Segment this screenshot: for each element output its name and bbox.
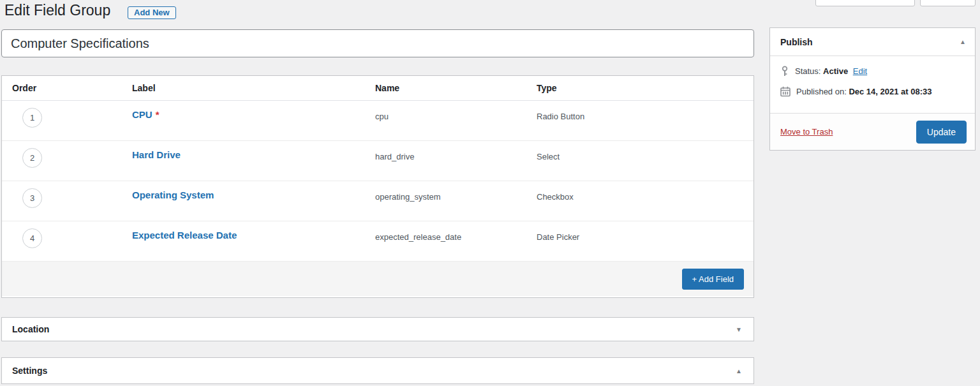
location-panel[interactable]: Location ▼ bbox=[1, 317, 754, 341]
fields-table-header: Order Label Name Type bbox=[2, 76, 754, 101]
published-row: Published on: Dec 14, 2021 at 08:33 bbox=[780, 86, 965, 97]
publish-panel-body: Status: Active Edit Published on: bbox=[770, 56, 975, 97]
field-type: Select bbox=[537, 141, 754, 181]
field-type: Radio Button bbox=[537, 101, 754, 140]
field-label-link[interactable]: Expected Release Date bbox=[132, 230, 237, 241]
field-label-link[interactable]: Hard Drive bbox=[132, 149, 181, 160]
published-value: Dec 14, 2021 at 08:33 bbox=[849, 87, 932, 96]
edit-field-group-screen: Edit Field Group Add New Order Label Nam… bbox=[0, 0, 980, 386]
field-group-title-input[interactable] bbox=[1, 29, 754, 57]
field-name: expected_release_date bbox=[375, 221, 537, 261]
chevron-up-icon[interactable]: ▲ bbox=[736, 367, 742, 375]
field-name: hard_drive bbox=[375, 141, 537, 181]
move-to-trash-link[interactable]: Move to Trash bbox=[780, 127, 833, 137]
published-text: Published on: Dec 14, 2021 at 08:33 bbox=[796, 87, 932, 96]
status-key-icon bbox=[780, 66, 789, 77]
column-header-type: Type bbox=[537, 76, 754, 100]
column-header-name: Name bbox=[375, 76, 537, 100]
table-row[interactable]: 1 CPU* cpu Radio Button bbox=[2, 101, 754, 141]
fields-table-footer: + Add Field bbox=[2, 262, 754, 296]
page-title: Edit Field Group bbox=[4, 1, 110, 20]
calendar-icon bbox=[780, 86, 791, 97]
screen-options-tab[interactable] bbox=[815, 0, 915, 6]
table-row[interactable]: 3 Operating System operating_system Chec… bbox=[2, 181, 754, 221]
table-row[interactable]: 2 Hard Drive hard_drive Select bbox=[2, 141, 754, 181]
publish-panel-footer: Move to Trash Update bbox=[770, 113, 975, 150]
publish-panel: Publish ▲ Status: Active Edit bbox=[769, 27, 976, 151]
field-label-link[interactable]: Operating System bbox=[132, 189, 214, 200]
publish-panel-title: Publish bbox=[780, 37, 813, 47]
chevron-up-icon[interactable]: ▲ bbox=[960, 38, 966, 45]
table-row[interactable]: 4 Expected Release Date expected_release… bbox=[2, 221, 754, 262]
status-text: Status: Active Edit bbox=[795, 66, 867, 76]
field-order-handle[interactable]: 2 bbox=[22, 148, 42, 168]
status-row: Status: Active Edit bbox=[780, 66, 965, 77]
publish-panel-header[interactable]: Publish ▲ bbox=[770, 28, 975, 56]
field-type: Checkbox bbox=[537, 181, 754, 221]
column-header-label: Label bbox=[132, 76, 375, 100]
settings-panel[interactable]: Settings ▲ bbox=[1, 357, 754, 384]
field-name: cpu bbox=[375, 101, 537, 140]
location-panel-title: Location bbox=[12, 324, 49, 334]
field-order-handle[interactable]: 4 bbox=[22, 228, 42, 248]
field-type: Date Picker bbox=[537, 221, 754, 261]
required-asterisk: * bbox=[156, 109, 160, 120]
field-order-handle[interactable]: 3 bbox=[22, 188, 42, 208]
field-order-handle[interactable]: 1 bbox=[22, 108, 42, 128]
add-new-button[interactable]: Add New bbox=[128, 6, 176, 19]
status-edit-link[interactable]: Edit bbox=[853, 66, 867, 76]
add-field-button[interactable]: + Add Field bbox=[682, 269, 744, 290]
published-label: Published on: bbox=[796, 87, 847, 96]
chevron-down-icon[interactable]: ▼ bbox=[736, 326, 742, 333]
field-name: operating_system bbox=[375, 181, 537, 221]
settings-panel-title: Settings bbox=[12, 366, 47, 376]
update-button[interactable]: Update bbox=[916, 121, 967, 144]
help-tab[interactable] bbox=[920, 0, 976, 6]
fields-table: Order Label Name Type 1 CPU* cpu Radio B… bbox=[1, 75, 754, 298]
status-label: Status: bbox=[795, 66, 820, 76]
status-value: Active bbox=[823, 66, 848, 76]
field-label-link[interactable]: CPU bbox=[132, 109, 152, 120]
column-header-order: Order bbox=[2, 76, 132, 100]
